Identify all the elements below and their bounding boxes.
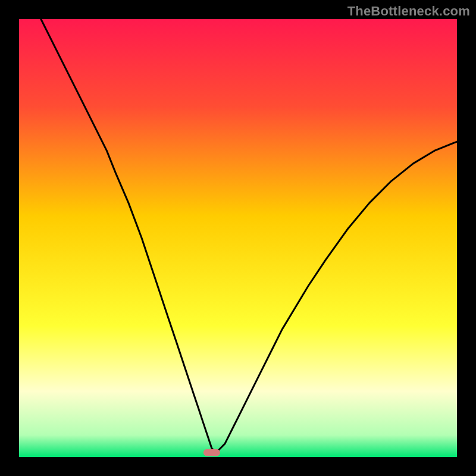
chart-svg bbox=[19, 19, 457, 457]
chart-plot-area bbox=[19, 19, 457, 457]
chart-background bbox=[19, 19, 457, 457]
optimal-marker bbox=[203, 449, 220, 456]
watermark-text: TheBottleneck.com bbox=[347, 4, 470, 19]
chart-frame: TheBottleneck.com bbox=[0, 0, 476, 476]
